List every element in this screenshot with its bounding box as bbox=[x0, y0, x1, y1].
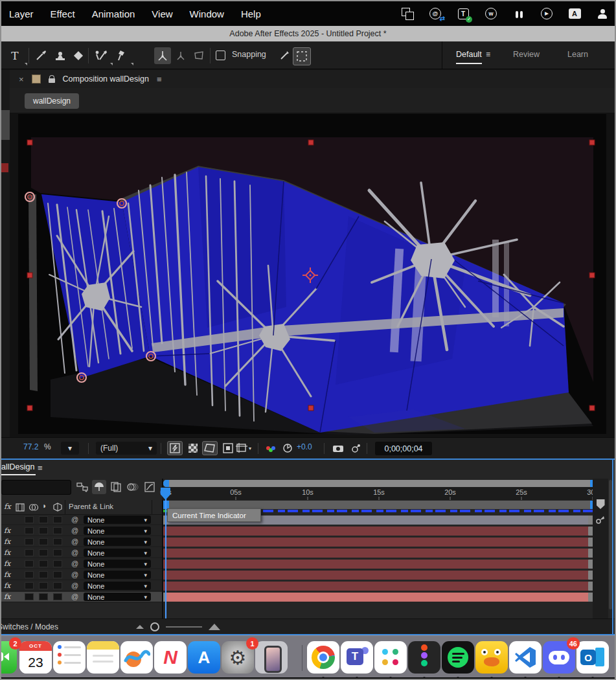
draft-3d-icon[interactable] bbox=[92, 480, 106, 494]
layer-bar[interactable] bbox=[163, 538, 596, 547]
layer-bar[interactable] bbox=[163, 582, 596, 591]
type-tool[interactable]: T bbox=[6, 47, 23, 64]
timeline-search-input[interactable] bbox=[1, 480, 71, 495]
resolution-dropdown[interactable]: (Full)▾ bbox=[96, 442, 157, 455]
dock-facetime[interactable]: 2 bbox=[0, 641, 17, 674]
parent-dropdown[interactable]: None▾ bbox=[84, 560, 151, 568]
walldesign-layer-button[interactable]: wallDesign bbox=[25, 93, 79, 109]
pickwhip-icon[interactable]: @ bbox=[71, 516, 78, 523]
dock-outlook[interactable]: O bbox=[576, 641, 609, 674]
layer-bar[interactable] bbox=[163, 560, 596, 569]
axis-mode-world-icon[interactable] bbox=[172, 47, 189, 64]
graph-editor-icon[interactable] bbox=[143, 480, 157, 494]
axis-mode-local-icon[interactable] bbox=[154, 47, 171, 64]
lock-icon[interactable] bbox=[49, 75, 55, 83]
user-icon[interactable] bbox=[595, 6, 610, 21]
timeline-tab[interactable]: allDesign bbox=[1, 462, 36, 475]
timeline-navigator[interactable] bbox=[163, 480, 596, 487]
current-time-indicator-line[interactable] bbox=[165, 488, 166, 622]
layer-row[interactable]: @ None▾ bbox=[1, 515, 162, 525]
pickwhip-icon[interactable]: @ bbox=[71, 582, 78, 589]
layer-row[interactable]: fx @ None▾ bbox=[1, 559, 162, 569]
workspace-tab-review[interactable]: Review bbox=[513, 50, 540, 59]
dock-slack[interactable] bbox=[374, 641, 407, 674]
timeline-vertical-scrollbar[interactable] bbox=[609, 480, 612, 609]
region-of-interest-icon[interactable] bbox=[202, 441, 218, 455]
switches-modes-toggle[interactable]: Switches / Modes bbox=[0, 622, 58, 631]
input-source-icon[interactable]: A bbox=[567, 6, 582, 21]
airpods-icon[interactable] bbox=[512, 6, 526, 21]
brush-tool[interactable] bbox=[32, 47, 49, 64]
timecode-display[interactable]: 0;00;00;04 bbox=[375, 442, 432, 455]
parent-dropdown[interactable]: None▾ bbox=[84, 527, 151, 535]
dock-appstore[interactable]: A bbox=[188, 641, 220, 674]
dock-spotify[interactable] bbox=[442, 641, 474, 674]
channel-rgb-icon[interactable] bbox=[263, 441, 279, 455]
close-icon[interactable]: × bbox=[19, 74, 24, 84]
teams-status-icon[interactable]: T✓ bbox=[456, 6, 470, 21]
selection-arrow-icon[interactable] bbox=[276, 47, 293, 64]
comp-flowchart-icon[interactable] bbox=[75, 480, 89, 494]
dock-news[interactable]: N bbox=[154, 641, 187, 674]
crop-region-icon[interactable]: ▾ bbox=[236, 441, 251, 455]
composition-tab-title[interactable]: Composition wallDesign bbox=[63, 74, 149, 84]
time-ruler[interactable]: 00s 05s 10s 15s 20s 25s 30s bbox=[162, 487, 597, 500]
pickwhip-icon[interactable]: @ bbox=[71, 560, 78, 567]
menu-view[interactable]: View bbox=[152, 8, 172, 19]
timeline-zoom-track[interactable] bbox=[166, 626, 202, 628]
pickwhip-icon[interactable]: @ bbox=[71, 571, 78, 578]
pickwhip-icon[interactable]: @ bbox=[71, 538, 78, 545]
dock-vscode[interactable] bbox=[509, 641, 542, 674]
workspace-tab-default[interactable]: Default bbox=[456, 50, 482, 64]
windows-icon[interactable] bbox=[400, 6, 415, 21]
fast-preview-icon[interactable] bbox=[167, 441, 183, 455]
dock-settings[interactable]: ⚙ 1 bbox=[222, 641, 254, 674]
zoom-in-mountain-icon[interactable] bbox=[209, 624, 220, 630]
layer-row[interactable]: fx @ None▾ bbox=[1, 526, 162, 536]
exposure-reset-icon[interactable] bbox=[280, 441, 295, 455]
layer-row[interactable]: fx @ None▾ bbox=[1, 537, 162, 547]
dock-iphone-mirroring[interactable] bbox=[255, 641, 288, 674]
layer-row-selected[interactable]: fx @ None▾ bbox=[1, 592, 162, 602]
parent-dropdown[interactable]: None▾ bbox=[84, 538, 151, 546]
axis-mode-view-icon[interactable] bbox=[190, 47, 207, 64]
play-circle-icon[interactable]: ▶ bbox=[540, 6, 554, 21]
marquee-selection-icon[interactable] bbox=[293, 47, 311, 65]
exposure-value[interactable]: +0.0 bbox=[297, 442, 312, 451]
zoom-out-mountain-icon[interactable] bbox=[136, 625, 144, 629]
layer-bar[interactable] bbox=[163, 549, 596, 558]
dock-freeform[interactable] bbox=[120, 641, 153, 674]
dock-chrome[interactable] bbox=[307, 641, 339, 674]
layer-row[interactable]: fx @ None▾ bbox=[1, 581, 162, 591]
pickwhip-icon[interactable]: @ bbox=[71, 527, 78, 534]
menu-window[interactable]: Window bbox=[190, 8, 224, 19]
workspace-tab-learn[interactable]: Learn bbox=[567, 50, 588, 59]
zoom-dropdown[interactable]: ▾ bbox=[61, 442, 79, 455]
timeline-panel-menu-icon[interactable]: ≡ bbox=[38, 463, 43, 473]
parent-dropdown[interactable]: None▾ bbox=[84, 593, 151, 601]
frame-blending-icon[interactable] bbox=[109, 480, 123, 494]
menu-layer[interactable]: Layer bbox=[9, 8, 34, 19]
menu-help[interactable]: Help bbox=[241, 8, 261, 19]
puppet-pin-tool[interactable] bbox=[113, 47, 130, 64]
menu-effect[interactable]: Effect bbox=[51, 8, 75, 19]
adjustment-layer-column-icon[interactable]: ◑ bbox=[41, 502, 46, 510]
dock-reminders[interactable] bbox=[53, 641, 86, 674]
composition-viewport[interactable] bbox=[10, 113, 615, 437]
layer-row[interactable]: fx @ None▾ bbox=[1, 548, 162, 558]
comp-marker-pen-icon[interactable] bbox=[595, 514, 606, 525]
fx-column-header[interactable]: fx bbox=[4, 502, 11, 511]
layer-bar[interactable] bbox=[163, 527, 596, 536]
mask-visibility-icon[interactable] bbox=[220, 441, 236, 455]
zoom-value[interactable]: 77.2 bbox=[23, 442, 38, 451]
dock-calendar[interactable]: OCT 23 bbox=[19, 641, 52, 674]
parent-dropdown[interactable]: None▾ bbox=[84, 582, 151, 590]
roto-brush-tool[interactable] bbox=[92, 47, 109, 64]
menu-animation[interactable]: Animation bbox=[92, 8, 135, 19]
layer-bar-selected[interactable] bbox=[163, 593, 596, 602]
timeline-zoom-knob[interactable] bbox=[150, 622, 159, 631]
panel-menu-icon[interactable]: ≡ bbox=[157, 74, 162, 84]
pickwhip-icon[interactable]: @ bbox=[71, 549, 78, 556]
dock-notes[interactable] bbox=[87, 641, 119, 674]
creative-cloud-icon[interactable]: @⇄ bbox=[428, 6, 442, 21]
